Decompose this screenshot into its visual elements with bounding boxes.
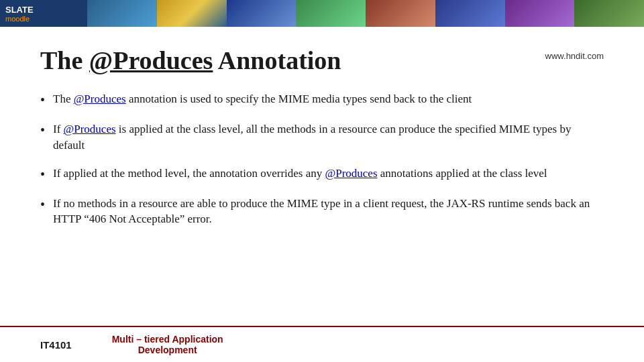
footer: IT4101 Multi – tiered Application Develo… bbox=[0, 326, 644, 362]
title-prefix: The bbox=[40, 46, 89, 74]
website-url: www.hndit.com bbox=[545, 51, 604, 61]
bullet-text-3: If applied at the method level, the anno… bbox=[53, 166, 547, 182]
bullet-item-2: If @Produces is applied at the class lev… bbox=[40, 121, 604, 154]
title-link: @Produces bbox=[89, 46, 213, 74]
bullet-text-1: The @Produces annotation is used to spec… bbox=[53, 91, 472, 107]
bullet-list: The @Produces annotation is used to spec… bbox=[40, 91, 604, 227]
header-img-5 bbox=[366, 0, 435, 27]
page-title: The @Produces Annotation bbox=[40, 46, 341, 75]
header-img-2 bbox=[157, 0, 227, 27]
logo-moodle: moodle bbox=[5, 15, 34, 23]
bullet-text-2: If @Produces is applied at the class lev… bbox=[53, 121, 604, 154]
bullet-3-link[interactable]: @Produces bbox=[325, 167, 378, 180]
title-suffix: Annotation bbox=[213, 46, 341, 74]
footer-course-name-line1: Multi – tiered Application bbox=[112, 334, 223, 345]
header-img-8 bbox=[574, 0, 644, 27]
header-banner: SLATE moodle bbox=[0, 0, 644, 27]
bullet-2-normal-2: is applied at the class level, all the m… bbox=[53, 123, 571, 152]
bullet-text-4: If no methods in a resource are able to … bbox=[53, 196, 604, 228]
main-content: The @Produces Annotation www.hndit.com T… bbox=[0, 27, 644, 253]
title-row: The @Produces Annotation www.hndit.com bbox=[40, 46, 604, 75]
footer-course-name: Multi – tiered Application Development bbox=[112, 334, 223, 355]
logo-slate: SLATE bbox=[5, 5, 34, 15]
bullet-1-normal-2: annotation is used to specify the MIME m… bbox=[126, 93, 472, 105]
bullet-item-4: If no methods in a resource are able to … bbox=[40, 196, 604, 228]
bullet-2-normal-1: If bbox=[53, 123, 64, 135]
bullet-1-normal-1: The bbox=[53, 93, 74, 105]
header-img-1 bbox=[87, 0, 157, 27]
logo: SLATE moodle bbox=[0, 0, 87, 27]
bullet-3-normal-1: If applied at the method level, the anno… bbox=[53, 167, 325, 180]
header-img-7 bbox=[505, 0, 575, 27]
bullet-2-link[interactable]: @Produces bbox=[64, 123, 116, 135]
header-img-6 bbox=[435, 0, 505, 27]
footer-course-name-line2: Development bbox=[138, 345, 197, 355]
header-images bbox=[87, 0, 644, 27]
bullet-item-1: The @Produces annotation is used to spec… bbox=[40, 91, 604, 109]
header-img-4 bbox=[296, 0, 366, 27]
bullet-3-normal-2: annotations applied at the class level bbox=[378, 167, 547, 180]
bullet-item-3: If applied at the method level, the anno… bbox=[40, 166, 604, 184]
footer-course-id: IT4101 bbox=[40, 339, 72, 351]
header-img-3 bbox=[227, 0, 297, 27]
bullet-1-link[interactable]: @Produces bbox=[74, 93, 126, 105]
